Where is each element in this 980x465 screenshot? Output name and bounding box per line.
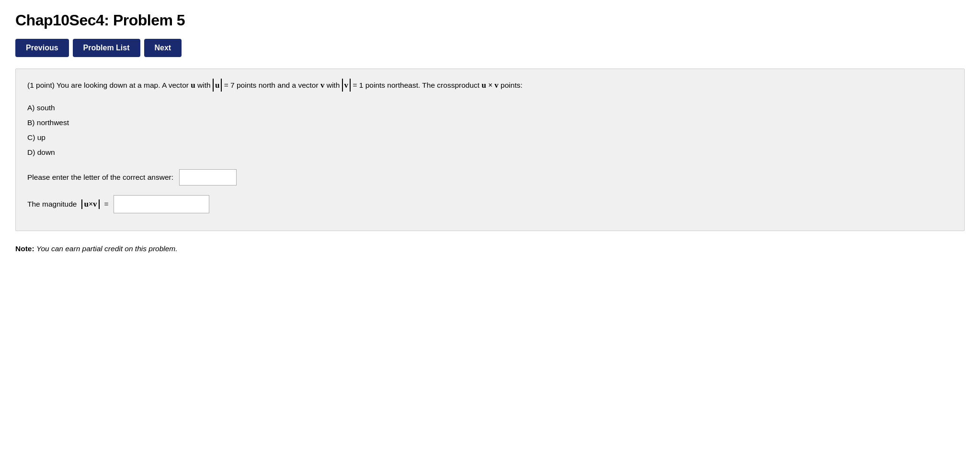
desc-north: points north and a vector	[237, 81, 320, 89]
u-magnitude-value: 7	[230, 81, 235, 89]
v-magnitude-box: v	[342, 79, 351, 92]
desc-points: points:	[501, 81, 523, 89]
magnitude-abs-box: u × v	[81, 199, 99, 209]
v-magnitude-value: 1	[359, 81, 364, 89]
choice-d: D) down	[27, 145, 953, 160]
problem-box: (1 point) You are looking down at a map.…	[15, 69, 965, 231]
problem-list-button[interactable]: Problem List	[73, 39, 140, 57]
v-vector-label: v	[320, 81, 325, 90]
mag-cross: ×	[89, 200, 93, 209]
magnitude-equals: =	[104, 200, 109, 209]
next-button[interactable]: Next	[144, 39, 182, 57]
choice-c: C) up	[27, 130, 953, 145]
answer-row: Please enter the letter of the correct a…	[27, 169, 953, 186]
magnitude-row: The magnitude u × v =	[27, 195, 953, 213]
points-label: (1 point)	[27, 81, 55, 89]
page-title: Chap10Sec4: Problem 5	[15, 12, 965, 29]
cross-symbol: ×	[488, 81, 494, 89]
u-magnitude-box: u	[213, 79, 222, 92]
v-equals: =	[353, 81, 359, 89]
mag-v-vec: v	[93, 199, 97, 209]
v-vec-abs: v	[344, 79, 349, 92]
choices-list: A) south B) northwest C) up D) down	[27, 100, 953, 160]
note-label: Note:	[15, 244, 34, 253]
desc-prefix: You are looking down at a map. A vector	[57, 81, 191, 89]
answer-input[interactable]	[179, 169, 237, 186]
u-vec-abs: u	[215, 79, 219, 92]
magnitude-label-prefix: The magnitude	[27, 200, 77, 209]
note-text: You can earn partial credit on this prob…	[36, 244, 178, 253]
desc-with: with	[197, 81, 213, 89]
desc-northeast: points northeast. The crossproduct	[365, 81, 482, 89]
problem-text: (1 point) You are looking down at a map.…	[27, 79, 953, 92]
mag-u-vec: u	[84, 199, 88, 209]
nav-buttons: Previous Problem List Next	[15, 39, 965, 57]
cross-v: v	[494, 81, 499, 90]
magnitude-input[interactable]	[114, 195, 209, 213]
choice-b: B) northwest	[27, 115, 953, 130]
desc-with2: with	[327, 81, 342, 89]
choice-a: A) south	[27, 100, 953, 115]
previous-button[interactable]: Previous	[15, 39, 69, 57]
u-vector-label: u	[191, 81, 195, 90]
answer-prompt: Please enter the letter of the correct a…	[27, 173, 173, 182]
u-equals: =	[224, 81, 230, 89]
cross-u: u	[481, 81, 486, 90]
note-section: Note: You can earn partial credit on thi…	[15, 244, 965, 253]
